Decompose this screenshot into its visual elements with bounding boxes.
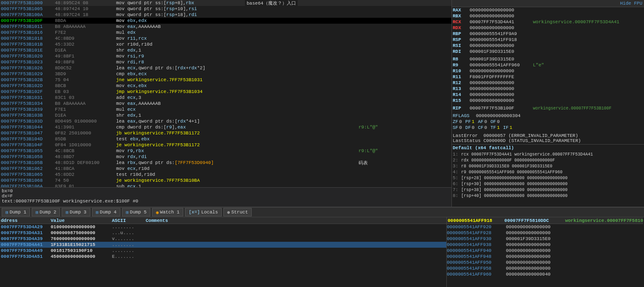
- disasm-row[interactable]: 0007FF7F53B1005 48:897424 10 mov qword p…: [0, 6, 451, 12]
- disasm-bytes: D1EA: [55, 113, 116, 118]
- disasm-addr: 0007FF7F53B106A: [0, 184, 55, 187]
- stack-row[interactable]: 0000005541AFF920 0000000000000000: [447, 224, 643, 230]
- disasm-addr: 0007FF7F53B1031: [0, 95, 55, 100]
- disasm-row[interactable]: 0007FF7F53B102F EB 03 jmp workingservice…: [0, 89, 451, 95]
- reg-row: RAX 0000000000000000: [452, 7, 644, 13]
- disasm-instr: test ebx,ebx: [116, 137, 359, 142]
- disasm-row[interactable]: 0007FF7F53B105B 48:8D1D DEF80100 lea rbx…: [0, 160, 451, 166]
- reg-value: 0000000000000000: [470, 43, 533, 48]
- disasm-bytes: 48:895C24 08: [55, 0, 116, 5]
- reg-row: RDX 0000000000000000: [452, 25, 644, 31]
- disasm-row[interactable]: 0007FF7F53B106A 83E9 01 sub ecx,1: [0, 183, 451, 187]
- dump-addr: 0007FF7F53D4A39: [0, 236, 51, 241]
- disasm-row[interactable]: 0007FF7F53B1047 0F82 25010000 jb working…: [0, 130, 451, 136]
- dump-header: ddress Value ASCII Comments: [0, 217, 446, 224]
- disasm-row[interactable]: 0007FF7F53B102D 8BCB mov ecx,ebx: [0, 83, 451, 89]
- stack-row[interactable]: 0000005541AFF940 0000000000000000: [447, 248, 643, 254]
- rip-name: RIP: [453, 106, 470, 111]
- dump-val: 0000009875000000: [51, 230, 112, 235]
- disasm-instr: mov r11,rcx: [116, 36, 359, 41]
- disasm-row[interactable]: 0007FF7F53B1026 8D0C52 lea ecx,qword ptr…: [0, 65, 451, 71]
- dump-row[interactable]: 0007FF7F53D4A41 1F131B1E15021715 .......…: [0, 242, 446, 248]
- tab-dump2[interactable]: ⊞ Dump 2: [32, 208, 60, 216]
- disasm-bytes: 83E9 01: [55, 184, 116, 187]
- dump-row[interactable]: 0007FF7F53D4A49 001817503190F10 ........: [0, 248, 446, 254]
- stack-addr: 0000005541AFF960: [447, 272, 506, 277]
- disasm-addr: 0007FF7F53B103D: [0, 119, 55, 124]
- disasm-row[interactable]: 0007FF7F53B1016 F7E2 mul edx: [0, 30, 451, 36]
- dump-row[interactable]: 0007FF7F53D4A29 0100000000000000 .......…: [0, 224, 446, 230]
- disasm-bytes: 75 04: [55, 77, 116, 82]
- reg-comment: workingservice.00007FF7F53D4A41: [533, 19, 644, 25]
- disasm-row[interactable]: 0007FF7F53B1023 49:8BF8 mov rdi,r8: [0, 59, 451, 65]
- hide-fpu-button[interactable]: Hide FPU: [452, 0, 644, 7]
- tab-locals[interactable]: [x=] Locals: [185, 208, 222, 216]
- disasm-row[interactable]: 0007FF7F53B1000 48:895C24 08 mov qword p…: [0, 0, 451, 6]
- dump-ascii: ...u....: [112, 230, 146, 235]
- disasm-row[interactable]: 0007FF7F53B100F 8BDA mov ebx,edx: [0, 18, 451, 24]
- dump-row[interactable]: 0007FF7F53D4A39 7600000000000000 v......…: [0, 236, 446, 242]
- disasm-row[interactable]: 0007FF7F53B1058 48:8BD7 mov rdx,rdi: [0, 154, 451, 160]
- stack-row[interactable]: 0000005541AFF958 0000000000000000: [447, 265, 643, 271]
- disasm-addr: 0007FF7F53B102B: [0, 77, 55, 82]
- disasm-row[interactable]: 0007FF7F53B1039 F7E1 mul ecx: [0, 107, 451, 112]
- disasm-row[interactable]: 0007FF7F53B1029 3BD9 cmp ebx,ecx: [0, 71, 451, 77]
- disasm-row[interactable]: 0007FF7F53B100A 48:897C24 18 mov qword p…: [0, 12, 451, 18]
- reg-name: RBP: [453, 31, 470, 36]
- stack-row[interactable]: 0000005541AFF948 0000000000000000: [447, 254, 643, 260]
- disasm-addr: 0007FF7F53B104F: [0, 142, 55, 148]
- stack-row[interactable]: 0000005541AFF930 000001F39D3315E0: [447, 236, 643, 242]
- disasm-row[interactable]: 0007FF7F53B1068 74 50 je workingservice.…: [0, 178, 451, 183]
- tab-struct[interactable]: ⊛ Struct: [223, 208, 252, 216]
- disasm-instr: mov ebx,edx: [116, 18, 359, 23]
- reg-row: RCX 00007FF7F53D4A41 workingservice.0000…: [452, 19, 644, 25]
- disasm-instr: mov eax,AAAAAAAB: [116, 24, 359, 29]
- dump-row[interactable]: 0007FF7F53D4A31 0000009875000000 ...u...…: [0, 230, 446, 236]
- call-stack-row: 3:r8 000001F39D3315E0 000001F39D3315E0: [453, 163, 643, 169]
- disasm-row[interactable]: 0007FF7F53B1062 41:8BCA mov ecx,r10d: [0, 166, 451, 172]
- disasm-row[interactable]: 0007FF7F53B102B 75 04 jne workingservice…: [0, 77, 451, 83]
- stack-row[interactable]: 0000005541AFF960 0000000000000040: [447, 271, 643, 277]
- dump-ascii: ........: [112, 242, 146, 247]
- disasm-instr: mov ecx,r10d: [116, 166, 359, 171]
- tab-dump4[interactable]: ⊞ Dump 4: [92, 208, 120, 216]
- disasm-bytes: 0F84 1D010000: [55, 142, 116, 148]
- disasm-bytes: 8D0C52: [55, 66, 116, 71]
- tab-dump3[interactable]: ⊞ Dump 3: [62, 208, 90, 216]
- disasm-row[interactable]: 0007FF7F53B1031 83C1 03 add ecx,3: [0, 95, 451, 101]
- disasm-row[interactable]: 0007FF7F53B103D 8D0495 01000000 lea eax,…: [0, 118, 451, 124]
- disasm-row[interactable]: 0007FF7F53B1044 41:3901 cmp dword ptr ds…: [0, 124, 451, 130]
- dump-row[interactable]: 0007FF7F53D4A51 4500000000000000 E......…: [0, 254, 446, 260]
- top-section: base64（魔改？）入口 0007FF7F53B1000 48:895C24 …: [0, 0, 644, 207]
- tab-watch1[interactable]: ◉ Watch 1: [152, 208, 183, 216]
- disasm-row[interactable]: 0007FF7F53B103B D1EA shr edx,1: [0, 112, 451, 118]
- disasm-row[interactable]: 0007FF7F53B104F 0F84 1D010000 je working…: [0, 142, 451, 148]
- disasm-row[interactable]: 0007FF7F53B101E D1EA shr edx,1: [0, 47, 451, 53]
- disasm-row[interactable]: 0007FF7F53B1034 B8 ABAAAAAA mov eax,AAAA…: [0, 101, 451, 107]
- stack-row[interactable]: 0000005541AFF938 0000000000000000: [447, 242, 643, 248]
- tab-dump5[interactable]: ⊞ Dump 5: [122, 208, 150, 216]
- disasm-bytes: 4C:8BD9: [55, 36, 116, 41]
- tab-dump1[interactable]: ⊞ Dump 1: [2, 208, 30, 216]
- reg-value: 0000000000000000: [470, 25, 533, 30]
- disasm-instr: je workingservice.7FF7F53B1172: [116, 142, 359, 148]
- disasm-row[interactable]: 0007FF7F53B1018 4C:8BD9 mov r11,rcx: [0, 36, 451, 41]
- disasm-row[interactable]: 0007FF7F53B1011 B8 ABAAAAAA mov eax,AAAA…: [0, 24, 451, 30]
- dump-val: 0100000000000000: [51, 224, 112, 230]
- disasm-row[interactable]: 0007FF7F53B104D 85DB test ebx,ebx: [0, 136, 451, 142]
- reg-value: 000001F39D3315E0: [470, 49, 533, 54]
- disasm-row[interactable]: 0007FF7F53B1020 49:8BF1 mov rsi,r9: [0, 53, 451, 59]
- disasm-row[interactable]: 0007FF7F53B1055 4C:8BCB mov r9,rbx r9:L"…: [0, 148, 451, 154]
- disasm-row[interactable]: 0007FF7F53B1065 45:8DD2 test r10d,r10d: [0, 172, 451, 178]
- disasm-instr: mov rdi,r8: [116, 60, 359, 65]
- stack-header: 0000005541AFF918 00007FF7F5810DDC workin…: [447, 217, 643, 224]
- dump-addr: 0007FF7F53D4A49: [0, 248, 51, 253]
- stack-row[interactable]: 0000005541AFF950 0000000000000000: [447, 260, 643, 265]
- dump-val: 001817503190F10: [51, 248, 112, 253]
- disasm-row[interactable]: 0007FF7F53B101B 45:33D2 xor r10d,r10d: [0, 41, 451, 47]
- lasterror-section: LastError 00000057 (ERROR_INVALID_PARAME…: [452, 132, 644, 144]
- call-stack-row: 1:rcx 00007FF7F53D4A41 workingservice.00…: [453, 151, 643, 157]
- disasm-bytes: 45:33D2: [55, 42, 116, 47]
- stack-row[interactable]: 0000005541AFF928 0000000000000000: [447, 230, 643, 236]
- disasm-bytes: F7E2: [55, 30, 116, 35]
